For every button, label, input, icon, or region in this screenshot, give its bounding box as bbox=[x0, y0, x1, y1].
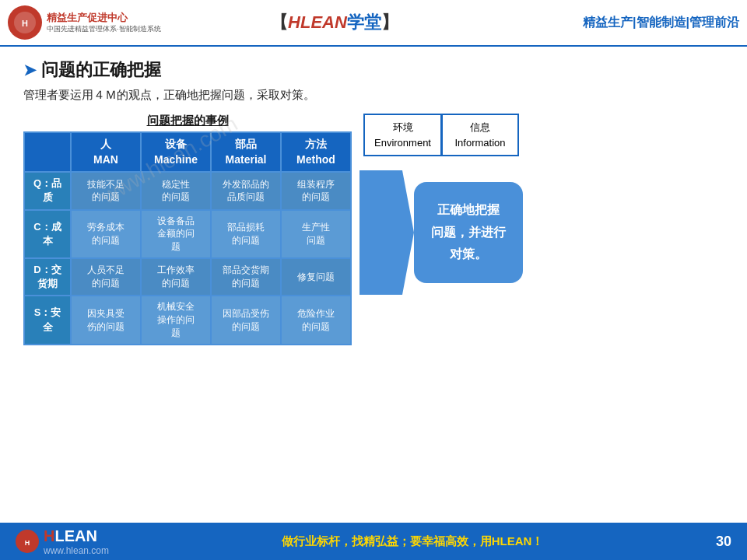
table-row-q: Q：品质 技能不足的问题 稳定性的问题 外发部品的品质问题 组装程序的问题 bbox=[24, 172, 351, 209]
env-line2: Environment bbox=[374, 135, 431, 151]
cell-s-machine: 机械安全操作的问题 bbox=[141, 296, 211, 344]
top-boxes: 环境 Environment 信息 Information bbox=[363, 114, 519, 156]
header-cell-material: 部品Material bbox=[211, 132, 281, 172]
info-line1: 信息 bbox=[470, 120, 490, 135]
cell-d-method: 修复问题 bbox=[281, 258, 351, 296]
logo-area: H 精益生产促进中心 中国先进精益管理体系·智能制造系统 bbox=[8, 5, 163, 40]
main-content: www.hlean.com ➤ 问题的正确把握 管理者要运用４Ｍ的观点，正确地把… bbox=[0, 47, 747, 353]
cell-q-method: 组装程序的问题 bbox=[281, 172, 351, 209]
table-row-d: D：交货期 人员不足的问题 工作效率的问题 部品交货期的问题 修复问题 bbox=[24, 258, 351, 296]
logo-icon: H bbox=[8, 5, 42, 40]
footer-slogan-hlean: HLEAN bbox=[492, 534, 532, 548]
content-row: 问题把握的事例 人MAN 设备Machine 部品Material 方法Meth… bbox=[23, 114, 724, 345]
bracket-right: 】 bbox=[381, 12, 398, 32]
logo-main-title: 精益生产促进中心 bbox=[47, 12, 161, 25]
table-label: 问题把握的事例 bbox=[23, 114, 352, 128]
footer: H HLEAN www.hlean.com 做行业标杆，找精弘益；要幸福高效，用… bbox=[0, 523, 747, 560]
cell-d-machine: 工作效率的问题 bbox=[141, 258, 211, 296]
row-label-q: Q：品质 bbox=[24, 172, 71, 209]
title-arrow: ➤ bbox=[23, 61, 37, 79]
header-cell-empty bbox=[24, 132, 71, 172]
footer-url: www.hlean.com bbox=[44, 545, 109, 556]
cell-q-man: 技能不足的问题 bbox=[71, 172, 141, 209]
header-center-title: 【HLEAN学堂】 bbox=[163, 11, 506, 34]
cell-d-man: 人员不足的问题 bbox=[71, 258, 141, 296]
footer-slogan-part1: 做行业标杆，找精弘益；要幸福高效，用 bbox=[282, 534, 492, 548]
footer-logo: H HLEAN www.hlean.com bbox=[16, 527, 109, 556]
cell-c-material: 部品损耗的问题 bbox=[211, 210, 281, 258]
row-label-s: S：安全 bbox=[24, 296, 71, 344]
cell-q-machine: 稳定性的问题 bbox=[141, 172, 211, 209]
footer-slogan: 做行业标杆，找精弘益；要幸福高效，用HLEAN！ bbox=[109, 534, 716, 549]
hlean-text: HLEAN bbox=[288, 12, 347, 32]
bracket-left: 【 bbox=[271, 12, 288, 32]
cell-c-man: 劳务成本的问题 bbox=[71, 210, 141, 258]
result-text: 正确地把握问题，并进行对策。 bbox=[431, 199, 506, 266]
cell-d-material: 部品交货期的问题 bbox=[211, 258, 281, 296]
cell-q-material: 外发部品的品质问题 bbox=[211, 172, 281, 209]
svg-text:H: H bbox=[22, 19, 28, 28]
cell-s-man: 因夹具受伤的问题 bbox=[71, 296, 141, 344]
footer-page-number: 30 bbox=[716, 534, 731, 550]
footer-slogan-end: ！ bbox=[531, 534, 543, 548]
result-box: 正确地把握问题，并进行对策。 bbox=[414, 182, 523, 283]
header-right-text: 精益生产|智能制造|管理前沿 bbox=[506, 15, 739, 31]
table-row-s: S：安全 因夹具受伤的问题 机械安全操作的问题 因部品受伤的问题 危险作业的问题 bbox=[24, 296, 351, 344]
row-label-c: C：成本 bbox=[24, 210, 71, 258]
title-text: 问题的正确把握 bbox=[41, 58, 161, 82]
svg-text:H: H bbox=[25, 539, 30, 547]
footer-hlean-text: HLEAN www.hlean.com bbox=[44, 527, 109, 556]
footer-hlean-h: HLEAN bbox=[44, 527, 97, 544]
cell-c-method: 生产性问题 bbox=[281, 210, 351, 258]
cell-s-material: 因部品受伤的问题 bbox=[211, 296, 281, 344]
svg-marker-2 bbox=[359, 170, 414, 295]
information-box: 信息 Information bbox=[441, 114, 519, 156]
logo-sub-title: 中国先进精益管理体系·智能制造系统 bbox=[47, 25, 161, 34]
footer-logo-icon: H bbox=[16, 530, 39, 553]
environment-box: 环境 Environment bbox=[363, 114, 441, 156]
header: H 精益生产促进中心 中国先进精益管理体系·智能制造系统 【HLEAN学堂】 精… bbox=[0, 0, 747, 47]
subtitle: 管理者要运用４Ｍ的观点，正确地把握问题，采取对策。 bbox=[23, 88, 724, 103]
header-cell-method: 方法Method bbox=[281, 132, 351, 172]
info-line2: Information bbox=[454, 135, 505, 151]
table-header-row: 人MAN 设备Machine 部品Material 方法Method bbox=[24, 132, 351, 172]
row-label-d: D：交货期 bbox=[24, 258, 71, 296]
table-row-c: C：成本 劳务成本的问题 设备备品金额的问题 部品损耗的问题 生产性问题 bbox=[24, 210, 351, 258]
cell-c-machine: 设备备品金额的问题 bbox=[141, 210, 211, 258]
arrow-shape-icon bbox=[359, 170, 414, 295]
right-section: 环境 Environment 信息 Information 正确地把握问题， bbox=[359, 114, 523, 295]
cell-s-method: 危险作业的问题 bbox=[281, 296, 351, 344]
main-table: 人MAN 设备Machine 部品Material 方法Method Q：品质 … bbox=[23, 131, 352, 345]
header-cell-machine: 设备Machine bbox=[141, 132, 211, 172]
logo-text: 精益生产促进中心 中国先进精益管理体系·智能制造系统 bbox=[47, 12, 161, 34]
table-section: 问题把握的事例 人MAN 设备Machine 部品Material 方法Meth… bbox=[23, 114, 352, 345]
arrow-result-row: 正确地把握问题，并进行对策。 bbox=[359, 170, 523, 295]
header-cell-man: 人MAN bbox=[71, 132, 141, 172]
xuetang-text: 学堂 bbox=[347, 12, 381, 32]
env-line1: 环境 bbox=[393, 120, 413, 135]
section-title: ➤ 问题的正确把握 bbox=[23, 58, 724, 82]
